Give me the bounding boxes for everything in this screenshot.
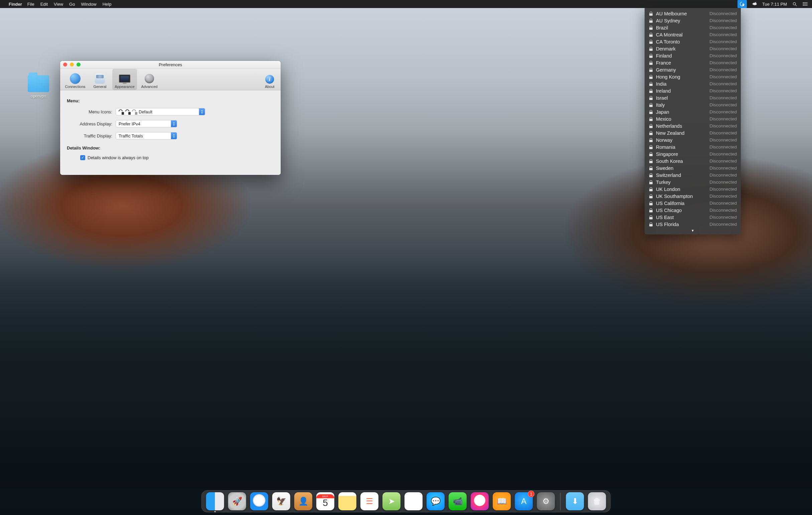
toolbar-advanced[interactable]: Advanced: [137, 69, 162, 90]
vpn-server-item[interactable]: New ZealandDisconnected: [645, 129, 741, 136]
minimize-button[interactable]: [70, 62, 74, 66]
vpn-server-item[interactable]: DenmarkDisconnected: [645, 45, 741, 52]
dock-system-preferences[interactable]: ⚙: [537, 492, 555, 510]
dock-messages[interactable]: 💬: [427, 492, 445, 510]
vpn-server-status: Disconnected: [709, 208, 737, 213]
vpn-server-item[interactable]: FinlandDisconnected: [645, 52, 741, 59]
close-button[interactable]: [63, 62, 67, 66]
dock-appstore[interactable]: A 1: [515, 492, 533, 510]
menu-window[interactable]: Window: [81, 2, 96, 7]
vpn-server-name: UK London: [654, 187, 709, 192]
vpn-server-status: Disconnected: [709, 25, 737, 30]
globe-icon: [70, 73, 81, 84]
notification-center-icon[interactable]: [803, 2, 808, 6]
spotlight-icon[interactable]: [792, 2, 797, 7]
vpn-server-item[interactable]: Hong KongDisconnected: [645, 73, 741, 80]
menu-file[interactable]: File: [27, 2, 34, 7]
vpn-server-item[interactable]: US ChicagoDisconnected: [645, 207, 741, 214]
vpn-server-item[interactable]: ItalyDisconnected: [645, 101, 741, 108]
vpn-server-item[interactable]: CA MontrealDisconnected: [645, 31, 741, 38]
vpn-server-item[interactable]: South KoreaDisconnected: [645, 158, 741, 165]
vpn-server-status: Disconnected: [709, 95, 737, 100]
dock-ibooks[interactable]: 📖: [493, 492, 511, 510]
vpn-server-item[interactable]: SwedenDisconnected: [645, 165, 741, 171]
vpn-server-item[interactable]: US CaliforniaDisconnected: [645, 200, 741, 207]
menu-clock[interactable]: Tue 7:11 PM: [762, 2, 787, 7]
vpn-server-status: Disconnected: [709, 130, 737, 135]
dove-menubar-icon[interactable]: [752, 1, 757, 7]
vpn-server-name: South Korea: [654, 159, 709, 164]
vpn-server-name: Romania: [654, 144, 709, 150]
vpn-server-item[interactable]: JapanDisconnected: [645, 108, 741, 115]
dock-downloads[interactable]: ⬇: [566, 492, 584, 510]
dock-divider: [560, 493, 561, 510]
app-menu[interactable]: Finder: [9, 2, 22, 7]
vpn-server-name: Sweden: [654, 165, 709, 171]
vpn-server-item[interactable]: NorwayDisconnected: [645, 136, 741, 143]
menu-view[interactable]: View: [54, 2, 63, 7]
lock-icon: [649, 12, 652, 16]
vpn-server-item[interactable]: SwitzerlandDisconnected: [645, 171, 741, 179]
dock-photos[interactable]: ✿: [405, 492, 423, 510]
menu-edit[interactable]: Edit: [40, 2, 48, 7]
dock-finder[interactable]: [206, 492, 224, 510]
vpn-server-item[interactable]: BrazilDisconnected: [645, 24, 741, 31]
vpn-server-status: Disconnected: [709, 201, 737, 206]
vpn-server-item[interactable]: IndiaDisconnected: [645, 80, 741, 87]
chevron-updown-icon: ▲▼: [171, 132, 177, 139]
checkbox-details-on-top[interactable]: ✓: [80, 155, 85, 160]
vpn-server-status: Disconnected: [709, 159, 737, 164]
section-details-heading: Details Window:: [67, 145, 274, 151]
vpn-server-status: Disconnected: [709, 32, 737, 37]
vpn-server-item[interactable]: RomaniaDisconnected: [645, 143, 741, 151]
chevron-down-icon[interactable]: ▼: [645, 228, 741, 234]
select-traffic-display[interactable]: Traffic Totals ▲▼: [116, 132, 177, 139]
vpn-server-item[interactable]: CA TorontoDisconnected: [645, 38, 741, 45]
toolbar-general[interactable]: General: [88, 69, 112, 90]
vpn-server-item[interactable]: MexicoDisconnected: [645, 115, 741, 123]
lock-icon: [649, 26, 652, 30]
vpn-server-item[interactable]: NetherlandsDisconnected: [645, 123, 741, 129]
vpn-server-name: France: [654, 60, 709, 65]
menu-go[interactable]: Go: [69, 2, 75, 7]
vpn-server-item[interactable]: UK SouthamptonDisconnected: [645, 193, 741, 200]
dock-safari[interactable]: [250, 492, 268, 510]
toolbar-about[interactable]: i About: [261, 69, 278, 90]
lock-icon: [649, 138, 652, 142]
dock-facetime[interactable]: 📹: [449, 492, 467, 510]
row-menu-icons: Menu Icons: Default ▲▼: [67, 108, 274, 115]
vpn-server-item[interactable]: IsraelDisconnected: [645, 94, 741, 101]
vpn-server-item[interactable]: IrelandDisconnected: [645, 87, 741, 94]
desktop-folder-openvpn[interactable]: openvpn: [23, 75, 54, 99]
vpn-server-item[interactable]: FranceDisconnected: [645, 59, 741, 66]
dock-calendar[interactable]: SEP 5: [316, 492, 335, 510]
zoom-button[interactable]: [77, 62, 81, 66]
row-traffic-display: Traffic Display: Traffic Totals ▲▼: [67, 132, 274, 139]
dock-contacts[interactable]: 👤: [294, 492, 313, 510]
dock-mail[interactable]: 🦅: [272, 492, 290, 510]
vpn-server-item[interactable]: UK LondonDisconnected: [645, 186, 741, 193]
dock-reminders[interactable]: ☰: [360, 492, 379, 510]
toolbar-appearance[interactable]: Appearance: [112, 69, 137, 90]
select-menu-icons[interactable]: Default ▲▼: [116, 108, 205, 115]
vpn-server-item[interactable]: US FloridaDisconnected: [645, 221, 741, 228]
window-titlebar[interactable]: Preferences: [60, 61, 281, 69]
vpn-server-name: Japan: [654, 109, 709, 115]
lock-icon: [649, 145, 652, 149]
menu-help[interactable]: Help: [103, 2, 112, 7]
vpn-server-item[interactable]: AU SydneyDisconnected: [645, 17, 741, 24]
dock-notes[interactable]: [339, 492, 356, 510]
dock-maps[interactable]: ➤: [383, 492, 401, 510]
vpn-server-item[interactable]: GermanyDisconnected: [645, 66, 741, 73]
lock-icon: [649, 47, 652, 51]
dock-launchpad[interactable]: 🚀: [228, 492, 246, 510]
vpn-server-item[interactable]: US EastDisconnected: [645, 214, 741, 221]
dock-itunes[interactable]: ♪: [471, 492, 489, 510]
vpn-menubar-icon[interactable]: [737, 0, 747, 8]
vpn-server-item[interactable]: SingaporeDisconnected: [645, 151, 741, 158]
toolbar-connections[interactable]: Connections: [63, 69, 88, 90]
dock-trash[interactable]: 🗑: [588, 492, 606, 510]
vpn-server-item[interactable]: TurkeyDisconnected: [645, 179, 741, 186]
vpn-server-item[interactable]: AU MelbourneDisconnected: [645, 10, 741, 17]
select-address-display[interactable]: Prefer IPv4 ▲▼: [116, 120, 177, 128]
